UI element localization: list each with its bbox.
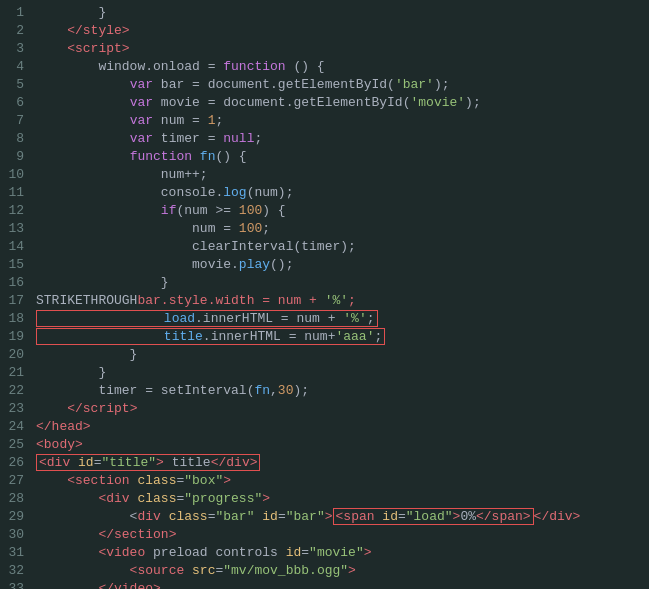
line-number: 16 [0, 274, 36, 292]
line-number: 23 [0, 400, 36, 418]
line: 32 <source src="mv/mov_bbb.ogg"> [0, 562, 580, 580]
code-text: movie.play(); [36, 256, 580, 274]
line: 16 } [0, 274, 580, 292]
code-text: num++; [36, 166, 580, 184]
code-text: clearInterval(timer); [36, 238, 580, 256]
line: 13 num = 100; [0, 220, 580, 238]
line: 23 </script> [0, 400, 580, 418]
code-text: num = 100; [36, 220, 580, 238]
line: 26<div id="title"> title</div> [0, 454, 580, 472]
line-number: 29 [0, 508, 36, 526]
code-text: <script> [36, 40, 580, 58]
line-number: 17 [0, 292, 36, 310]
code-text: var timer = null; [36, 130, 580, 148]
line: 10 num++; [0, 166, 580, 184]
line: 27 <section class="box"> [0, 472, 580, 490]
line: 21 } [0, 364, 580, 382]
line-number: 15 [0, 256, 36, 274]
line-number: 30 [0, 526, 36, 544]
code-text: STRIKETHROUGHbar.style.width = num + '%'… [36, 292, 580, 310]
line: 2 </style> [0, 22, 580, 40]
line: 1 } [0, 4, 580, 22]
line-number: 4 [0, 58, 36, 76]
code-text: <body> [36, 436, 580, 454]
line-number: 33 [0, 580, 36, 589]
line-number: 10 [0, 166, 36, 184]
code-text: <source src="mv/mov_bbb.ogg"> [36, 562, 580, 580]
line-number: 7 [0, 112, 36, 130]
code-text: timer = setInterval(fn,30); [36, 382, 580, 400]
line: 17STRIKETHROUGHbar.style.width = num + '… [0, 292, 580, 310]
line-number: 3 [0, 40, 36, 58]
line: 7 var num = 1; [0, 112, 580, 130]
line: 6 var movie = document.getElementById('m… [0, 94, 580, 112]
code-text: <video preload controls id="movie"> [36, 544, 580, 562]
line: 14 clearInterval(timer); [0, 238, 580, 256]
line: 3 <script> [0, 40, 580, 58]
code-text: } [36, 364, 580, 382]
code-text: </style> [36, 22, 580, 40]
code-lines: 1 }2 </style>3 <script>4 window.onload =… [0, 4, 580, 589]
line: 4 window.onload = function () { [0, 58, 580, 76]
line-number: 20 [0, 346, 36, 364]
code-text: <div id="title"> title</div> [36, 454, 580, 472]
code-text: <div class="progress"> [36, 490, 580, 508]
line-number: 12 [0, 202, 36, 220]
line-number: 25 [0, 436, 36, 454]
line: 33 </video> [0, 580, 580, 589]
line: 15 movie.play(); [0, 256, 580, 274]
line: 5 var bar = document.getElementById('bar… [0, 76, 580, 94]
code-text: var movie = document.getElementById('mov… [36, 94, 580, 112]
line: 20 } [0, 346, 580, 364]
line-number: 26 [0, 454, 36, 472]
line: 31 <video preload controls id="movie"> [0, 544, 580, 562]
line: 12 if(num >= 100) { [0, 202, 580, 220]
line-number: 6 [0, 94, 36, 112]
line: 9 function fn() { [0, 148, 580, 166]
code-text: <section class="box"> [36, 472, 580, 490]
line: 22 timer = setInterval(fn,30); [0, 382, 580, 400]
line-number: 13 [0, 220, 36, 238]
code-editor: 1 }2 </style>3 <script>4 window.onload =… [0, 0, 649, 589]
code-text: } [36, 4, 580, 22]
line: 29 <div class="bar" id="bar"><span id="l… [0, 508, 580, 526]
code-text: var bar = document.getElementById('bar')… [36, 76, 580, 94]
line-number: 27 [0, 472, 36, 490]
code-text: title.innerHTML = num+'aaa'; [36, 328, 580, 346]
code-text: load.innerHTML = num + '%'; [36, 310, 580, 328]
line: 30 </section> [0, 526, 580, 544]
code-text: window.onload = function () { [36, 58, 580, 76]
code-text: </head> [36, 418, 580, 436]
line-number: 21 [0, 364, 36, 382]
line: 11 console.log(num); [0, 184, 580, 202]
code-text: </video> [36, 580, 580, 589]
code-text: function fn() { [36, 148, 580, 166]
code-text: } [36, 274, 580, 292]
line: 24</head> [0, 418, 580, 436]
line-number: 2 [0, 22, 36, 40]
code-text: </section> [36, 526, 580, 544]
line: 8 var timer = null; [0, 130, 580, 148]
line: 19 title.innerHTML = num+'aaa'; [0, 328, 580, 346]
code-text: var num = 1; [36, 112, 580, 130]
code-text: console.log(num); [36, 184, 580, 202]
code-text: <div class="bar" id="bar"><span id="load… [36, 508, 580, 526]
line-number: 19 [0, 328, 36, 346]
line-number: 18 [0, 310, 36, 328]
line: 18 load.innerHTML = num + '%'; [0, 310, 580, 328]
line: 25<body> [0, 436, 580, 454]
line-number: 28 [0, 490, 36, 508]
code-text: } [36, 346, 580, 364]
code-text: if(num >= 100) { [36, 202, 580, 220]
line-number: 14 [0, 238, 36, 256]
line-number: 1 [0, 4, 36, 22]
line-number: 5 [0, 76, 36, 94]
line-number: 11 [0, 184, 36, 202]
line-number: 22 [0, 382, 36, 400]
line-number: 9 [0, 148, 36, 166]
line-number: 32 [0, 562, 36, 580]
line-number: 24 [0, 418, 36, 436]
line-number: 8 [0, 130, 36, 148]
line-number: 31 [0, 544, 36, 562]
code-text: </script> [36, 400, 580, 418]
